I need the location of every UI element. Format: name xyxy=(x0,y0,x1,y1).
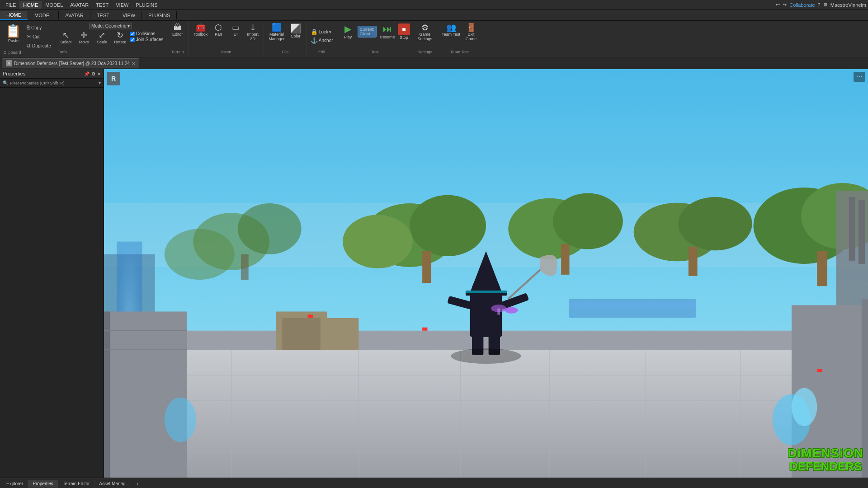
exit-game-label: Exit Game xyxy=(466,32,477,41)
explorer-tab[interactable]: Explorer xyxy=(2,480,28,488)
cut-button[interactable]: ✂ Cut xyxy=(25,33,53,41)
play-button[interactable]: ▶ Play xyxy=(340,23,356,40)
duplicate-button[interactable]: ⧉ Duplicate xyxy=(25,42,53,50)
dd-logo-line2: DEFENDERS xyxy=(788,460,863,473)
team-test-group: 👥 Team Test 🚪 Exit Game Team Test xyxy=(437,22,482,56)
svg-point-67 xyxy=(505,307,518,314)
ribbon-tab-home[interactable]: HOME xyxy=(0,11,28,20)
menu-home[interactable]: HOME xyxy=(19,1,42,9)
current-client: Current:Client xyxy=(358,26,377,38)
terrain-label: Terrain xyxy=(171,50,184,55)
properties-pin-icon[interactable]: 📌 xyxy=(84,71,90,76)
svg-rect-18 xyxy=(817,251,827,286)
viewport[interactable]: R ⋯ DiMENSiON DEFENDERS xyxy=(104,69,868,478)
svg-point-7 xyxy=(410,195,486,256)
color-button[interactable]: Color xyxy=(288,23,304,39)
properties-tab[interactable]: Properties xyxy=(28,480,58,488)
scale-icon: ⤢ xyxy=(99,31,105,39)
viewport-scene xyxy=(104,69,868,478)
ui-button[interactable]: ▭ UI xyxy=(227,23,244,38)
material-manager-button[interactable]: 🟦 Material Manager xyxy=(267,23,287,42)
insert-items: 🧰 Toolbox ⬡ Part ▭ UI ⤓ Import 3D xyxy=(192,23,261,50)
mode-dropdown[interactable]: Mode: Geometric ▾ xyxy=(89,23,132,29)
rotate-button[interactable]: ↻ Rotate xyxy=(112,30,128,45)
play-label: Play xyxy=(344,35,352,39)
filter-dropdown[interactable]: ▾ xyxy=(99,80,101,85)
ui-label: UI xyxy=(234,32,238,37)
toolbox-button[interactable]: 🧰 Toolbox xyxy=(192,23,209,38)
join-surfaces-checkbox-label[interactable]: Join Surfaces xyxy=(130,37,164,42)
menu-model[interactable]: MODEL xyxy=(42,1,66,9)
game-settings-label: Game Settings xyxy=(418,32,433,41)
clipboard-label: Clipboard xyxy=(4,50,53,56)
stop-button[interactable]: ■ Stop xyxy=(398,23,410,40)
move-button[interactable]: ✛ Move xyxy=(76,30,92,45)
ribbon-tabs: HOME MODEL AVATAR TEST VIEW PLUGINS xyxy=(0,10,868,21)
svg-rect-23 xyxy=(859,200,865,264)
tab-bar: R Dimension Defenders [Test Server] @ 23… xyxy=(0,57,868,69)
exit-game-icon: 🚪 xyxy=(466,23,476,32)
lock-dropdown-icon: ▾ xyxy=(329,30,331,34)
ribbon-tab-test[interactable]: TEST xyxy=(90,11,116,19)
color-icon xyxy=(291,23,301,33)
collisions-checkbox-label[interactable]: Collisions xyxy=(130,31,164,36)
bottom-tabs: Explorer Properties Terrain Editor Asset… xyxy=(0,478,868,488)
lock-icon: 🔒 xyxy=(311,28,318,35)
game-logo: DiMENSiON DEFENDERS xyxy=(788,446,863,473)
tools-buttons: ↖ Select ✛ Move ⤢ Scale ↻ Rotate xyxy=(58,30,164,45)
menu-plugins[interactable]: PLUGINS xyxy=(132,1,161,9)
menu-test[interactable]: TEST xyxy=(92,1,112,9)
viewport-roblox-icon: R xyxy=(107,72,120,85)
ribbon-tab-plugins[interactable]: PLUGINS xyxy=(142,11,177,19)
select-button[interactable]: ↖ Select xyxy=(58,30,74,45)
collaborate-btn[interactable]: Collaborate xyxy=(789,2,815,8)
part-button[interactable]: ⬡ Part xyxy=(210,23,226,38)
paste-button[interactable]: 📋 Paste xyxy=(4,23,23,44)
filter-label: Filter Properties (Ctrl+Shift+P) xyxy=(10,81,65,85)
ribbon-tab-view[interactable]: VIEW xyxy=(116,11,142,19)
edit-group: 🔒 Lock ▾ ⚓ Anchor Edit xyxy=(307,22,337,56)
ribbon-tab-avatar[interactable]: AVATAR xyxy=(59,11,90,19)
settings-icon[interactable]: ⚙ xyxy=(823,2,828,8)
copy-button[interactable]: ⎘ Copy xyxy=(25,23,53,32)
terrain-editor-label: Editor xyxy=(172,32,183,37)
join-surfaces-checkbox[interactable] xyxy=(130,38,135,42)
paste-label: Paste xyxy=(8,38,19,43)
mode-value: Geometric xyxy=(105,23,126,28)
exit-game-button[interactable]: 🚪 Exit Game xyxy=(463,23,479,42)
settings-label: Settings xyxy=(418,50,433,55)
undo-icon: ↩ xyxy=(776,2,780,8)
menu-file[interactable]: FILE xyxy=(2,1,19,9)
left-panel: Properties 📌 ⚙ ✕ 🔍 Filter Properties (Ct… xyxy=(0,69,104,478)
properties-settings-icon[interactable]: ⚙ xyxy=(91,71,95,76)
menu-view[interactable]: VIEW xyxy=(112,1,132,9)
terrain-editor-button[interactable]: 🏔 Editor xyxy=(170,23,186,38)
import-3d-button[interactable]: ⤓ Import 3D xyxy=(245,23,261,42)
scale-button[interactable]: ⤢ Scale xyxy=(94,30,110,45)
asset-manager-tab[interactable]: Asset Manag... xyxy=(94,480,134,488)
current-client-button[interactable]: Current:Client xyxy=(358,26,377,38)
menu-bar: FILE HOME MODEL AVATAR TEST VIEW PLUGINS… xyxy=(0,0,868,10)
collisions-checkbox[interactable] xyxy=(130,32,135,36)
right-controls: ↩ ↪ Collaborate ? ⚙ MaestroVinheim xyxy=(776,2,866,8)
tabs-expand-button[interactable]: › xyxy=(134,480,141,488)
game-settings-icon: ⚙ xyxy=(421,23,429,32)
more-options-button[interactable]: ⋯ xyxy=(854,72,865,82)
ribbon-tab-model[interactable]: MODEL xyxy=(28,11,59,19)
ui-icon: ▭ xyxy=(232,23,240,32)
help-icon[interactable]: ? xyxy=(818,2,821,8)
anchor-button[interactable]: ⚓ Anchor xyxy=(310,37,334,44)
select-icon: ↖ xyxy=(62,31,69,39)
lock-button[interactable]: 🔒 Lock ▾ xyxy=(310,28,334,36)
svg-rect-47 xyxy=(308,315,313,318)
team-test-button[interactable]: 👥 Team Test xyxy=(440,23,462,38)
resume-button[interactable]: ⏭ Resume xyxy=(378,23,397,40)
viewport-icon-text: R xyxy=(111,75,116,82)
close-tab-button[interactable]: ✕ xyxy=(132,61,135,66)
properties-close-icon[interactable]: ✕ xyxy=(97,71,101,76)
menu-avatar[interactable]: AVATAR xyxy=(66,1,92,9)
game-settings-button[interactable]: ⚙ Game Settings xyxy=(416,23,434,42)
terrain-editor-tab[interactable]: Terrain Editor xyxy=(58,480,94,488)
insert-label: Insert xyxy=(222,50,232,55)
document-tab[interactable]: R Dimension Defenders [Test Server] @ 23… xyxy=(2,58,139,68)
